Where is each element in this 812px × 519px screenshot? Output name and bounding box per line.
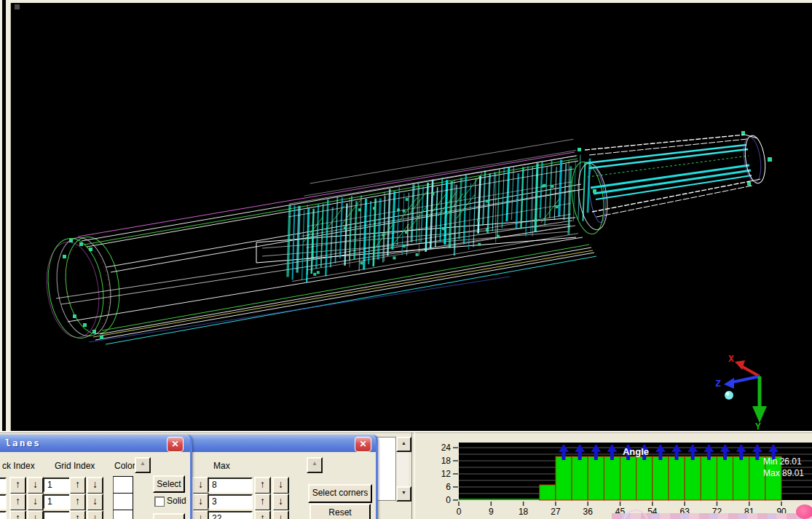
arrow-up-icon: ↑	[75, 478, 80, 490]
color-header: Color	[114, 461, 135, 471]
spin-down-button[interactable]: ↓	[192, 494, 209, 511]
spin-up-button[interactable]: ↑	[9, 494, 26, 511]
arrow-down-icon: ↓	[92, 478, 98, 490]
scroll-up-button[interactable]: ▲	[396, 437, 411, 452]
svg-text:Angle: Angle	[623, 446, 649, 457]
arrow-down-icon: ↓	[33, 512, 38, 519]
wallpaper-blob	[796, 504, 812, 519]
spin-up-button[interactable]: ↑	[254, 477, 271, 494]
grid-index-field[interactable]	[43, 511, 71, 519]
spin-down-button[interactable]: ↓	[87, 477, 103, 494]
block-index-field[interactable]	[0, 511, 7, 519]
spin-down-button[interactable]: ↓	[87, 494, 103, 511]
grid-index-field[interactable]: 1	[43, 478, 71, 493]
color-swatch[interactable]	[113, 493, 133, 511]
spin-down-button[interactable]: ↓	[272, 494, 289, 511]
panel-divider[interactable]	[411, 432, 415, 519]
scroll-up-icon: ▲	[401, 440, 406, 445]
arrow-down-icon: ↓	[278, 512, 283, 519]
svg-text:Min 26.01: Min 26.01	[763, 456, 802, 467]
svg-text:27: 27	[551, 507, 561, 517]
scroll-down-button[interactable]: ▼	[396, 486, 411, 502]
arrow-down-icon: ↓	[33, 478, 38, 490]
arrow-down-icon: ↓	[198, 478, 203, 490]
vertex-markers	[63, 131, 772, 339]
max-field-2[interactable]: 3	[208, 494, 253, 510]
spin-up-button[interactable]: ↑	[69, 494, 86, 511]
arrow-up-icon: ↑	[260, 495, 265, 507]
spin-down-button[interactable]: ↓	[272, 477, 289, 494]
block-index-header: ck Index	[2, 461, 35, 471]
bottom-panel: 0612182409182736455463728190AngleMin 26.…	[0, 431, 812, 519]
application-window: X Z Y 0612182409182736455463728190AngleM…	[0, 0, 812, 519]
select-button[interactable]: Select	[153, 475, 185, 493]
svg-text:24: 24	[441, 443, 452, 453]
block-index-field[interactable]	[0, 494, 7, 510]
spin-up-button[interactable]: ↑	[254, 494, 271, 511]
block-index-field[interactable]	[0, 478, 7, 493]
spin-up-button[interactable]: ↑	[254, 510, 271, 519]
arrow-down-icon: ↓	[92, 512, 98, 519]
planes-dialog-titlebar[interactable]: lanes ✕	[0, 435, 190, 452]
axis-triad: X Z Y	[715, 353, 767, 431]
arrow-up-icon: ↑	[75, 512, 80, 519]
max-column-header: Max	[213, 461, 230, 471]
arrow-down-icon: ↓	[278, 478, 283, 490]
grid-index-field[interactable]: 1	[43, 494, 71, 510]
scroll-up-icon: ▲	[140, 460, 146, 467]
spin-up-button[interactable]: ↑	[9, 477, 26, 494]
color-swatch[interactable]	[113, 476, 133, 494]
max-field-1[interactable]: 8	[208, 478, 253, 493]
svg-text:18: 18	[441, 456, 452, 466]
z-axis-arrow	[724, 378, 734, 389]
spin-down-button[interactable]: ↓	[87, 510, 103, 519]
spin-up-button[interactable]: ↑	[69, 510, 86, 519]
svg-text:9: 9	[489, 507, 494, 517]
listbox[interactable]	[376, 437, 396, 501]
arrow-up-icon: ↑	[260, 512, 265, 519]
svg-text:36: 36	[583, 507, 594, 517]
max-dialog: ✕ Max ▲ ↓ 8 ↑ ↓ ↓ 3 ↑ ↓ ↓ 22 ↑ ↓ Select …	[184, 435, 378, 519]
close-button[interactable]: ✕	[355, 437, 371, 452]
z-axis-label: Z	[715, 378, 721, 389]
cylinder-edges	[56, 156, 594, 340]
arrow-down-icon: ↓	[33, 495, 38, 507]
y-axis-label: Y	[755, 421, 761, 431]
spin-down-button[interactable]: ↓	[27, 494, 44, 511]
listbox-scrollbar[interactable]: ▲ ▼	[396, 437, 409, 499]
spin-up-button[interactable]: ↑	[9, 510, 26, 519]
spin-up-button[interactable]: ↑	[69, 477, 86, 494]
planes-dialog: lanes ✕ ck Index Grid Index Color ▲ ↑ ↓ …	[0, 435, 192, 519]
3d-viewport[interactable]: X Z Y	[0, 0, 812, 431]
svg-text:6: 6	[446, 482, 451, 492]
wireframe-model: X Z Y	[0, 0, 812, 431]
color-swatch[interactable]	[113, 510, 133, 519]
solid-checkbox-label: Solid	[167, 496, 186, 506]
select-corners-button[interactable]: Select corners	[308, 484, 372, 503]
solid-checkbox[interactable]	[154, 496, 165, 507]
spin-down-button[interactable]: ↓	[192, 477, 209, 494]
grid-index-header: Grid Index	[55, 461, 95, 471]
spin-down-button[interactable]: ↓	[27, 510, 44, 519]
max-dialog-titlebar[interactable]: ✕	[186, 435, 376, 452]
spin-down-button[interactable]: ↓	[27, 477, 44, 494]
output-rod	[585, 135, 768, 217]
arrow-down-icon: ↓	[278, 495, 283, 507]
arrow-up-icon: ↑	[15, 512, 20, 519]
spin-down-button[interactable]: ↓	[272, 510, 289, 519]
scroll-up-mini-button[interactable]: ▲	[135, 457, 151, 473]
arrow-up-icon: ↑	[75, 495, 80, 507]
arrow-up-icon: ↑	[15, 478, 20, 490]
arrow-up-icon: ↑	[260, 478, 265, 490]
svg-text:0: 0	[457, 507, 462, 517]
close-button[interactable]: ✕	[167, 437, 184, 452]
scroll-up-mini-button[interactable]: ▲	[307, 457, 323, 473]
close-icon: ✕	[171, 439, 178, 449]
background-window-sliver: ▲ ▼	[374, 433, 410, 519]
reset-button[interactable]: Reset	[310, 504, 371, 519]
angle-histogram: 0612182409182736455463728190AngleMin 26.…	[415, 431, 812, 519]
origin-sphere	[725, 391, 733, 400]
spin-down-button[interactable]: ↓	[192, 510, 209, 519]
max-field-3[interactable]: 22	[208, 511, 253, 519]
clipped-button[interactable]	[153, 513, 185, 519]
